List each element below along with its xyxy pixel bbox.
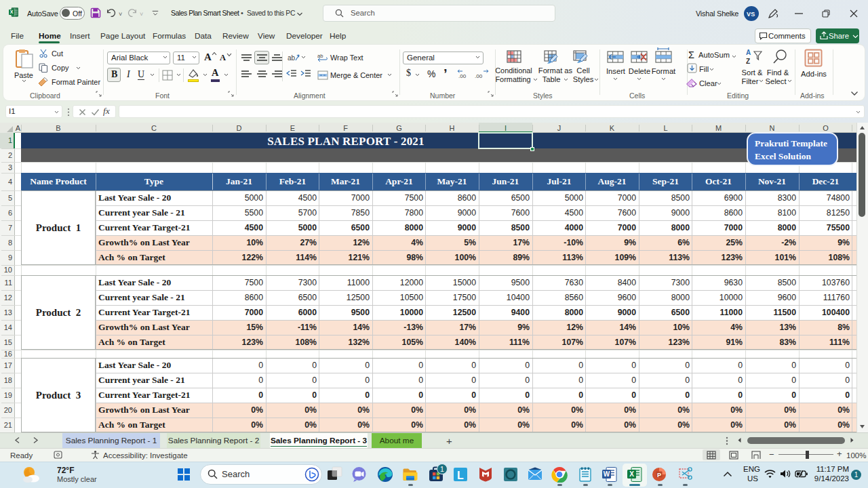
svg-text:.00: .00 xyxy=(475,73,483,79)
svg-text:W: W xyxy=(604,470,610,478)
svg-text:A: A xyxy=(746,49,751,56)
svg-text:X: X xyxy=(10,9,14,14)
svg-text:ab: ab xyxy=(288,54,296,62)
svg-text:.00: .00 xyxy=(458,73,467,79)
svg-text:L: L xyxy=(457,470,464,481)
svg-text:ab: ab xyxy=(317,53,323,59)
svg-text:P: P xyxy=(657,472,661,479)
svg-text:Z: Z xyxy=(746,58,750,65)
svg-text:X: X xyxy=(629,470,634,478)
